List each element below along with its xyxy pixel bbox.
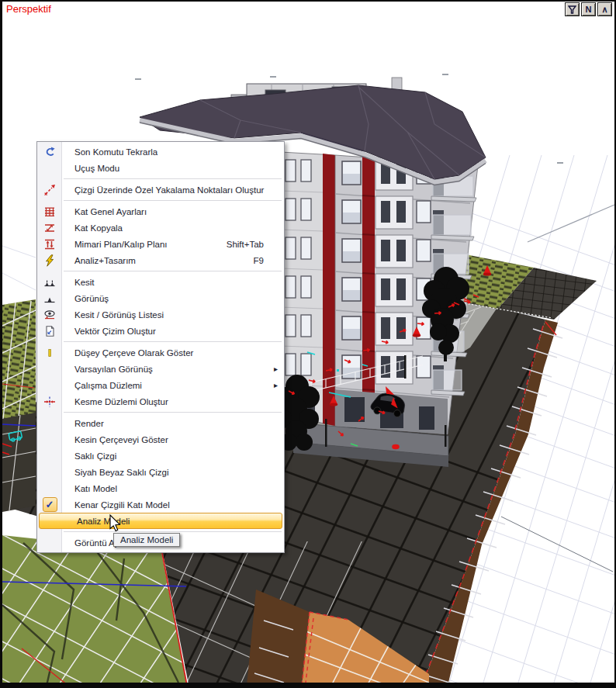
- menu-separator: [64, 178, 282, 179]
- menu-item-label: Kesme Düzlemi Oluştur: [62, 397, 284, 406]
- menu-item-izgi-zerinde-zel-yakalama-noktalar-olu-tur[interactable]: Çizgi Üzerinde Özel Yakalama Noktaları O…: [37, 182, 284, 198]
- cut-plane-icon: [37, 396, 62, 408]
- submenu-arrow-icon: ▸: [274, 365, 278, 373]
- menu-item-kat-kopyala[interactable]: Kat Kopyala: [37, 220, 284, 236]
- menu-item-label: Çalışma Düzlemi: [62, 381, 284, 390]
- menu-item-label: Analiz Modeli: [64, 517, 282, 526]
- snap-points-icon: [37, 184, 62, 196]
- filter-view-button[interactable]: [565, 2, 580, 16]
- menu-item-kesme-d-zlemi-olu-tur[interactable]: Kesme Düzlemi Oluştur: [37, 393, 284, 410]
- menu-item-d-ey-er-eve-olarak-g-ster[interactable]: Düşey Çerçeve Olarak Göster: [37, 344, 284, 361]
- view-control-buttons: N ∧: [565, 2, 612, 16]
- menu-item-vekt-r-izim-olu-tur[interactable]: Vektör Çizim Oluştur: [37, 323, 284, 339]
- menu-separator: [64, 200, 282, 201]
- menu-item-label: Düşey Çerçeve Olarak Göster: [62, 348, 284, 358]
- vector-drawing-icon: [37, 325, 62, 337]
- section-icon: [37, 276, 62, 289]
- menu-item-label: Katı Model: [62, 484, 284, 493]
- menu-item-label: Kat Genel Ayarları: [62, 207, 284, 216]
- menu-item-sakl-izgi[interactable]: Saklı Çizgi: [37, 448, 284, 464]
- menu-item-kat-model[interactable]: Katı Model: [37, 480, 284, 496]
- menu-item-label: Saklı Çizgi: [62, 451, 284, 461]
- menu-item-label: Görünüş: [62, 294, 284, 303]
- menu-item-shortcut: F9: [254, 256, 264, 265]
- menu-item-label: Kesit / Görünüş Listesi: [62, 310, 284, 320]
- left-terrain-strip: [2, 299, 36, 512]
- menu-item-son-komutu-tekrarla[interactable]: Son Komutu Tekrarla: [37, 143, 284, 160]
- menu-item-shortcut: Shift+Tab: [227, 240, 264, 249]
- n-view-button[interactable]: N: [581, 2, 596, 16]
- redo-arrow-icon: [37, 146, 62, 158]
- menu-item-varsay-lan-g-r-n[interactable]: Varsayılan Görünüş▸: [37, 361, 284, 377]
- menu-item-analiz-tasar-m[interactable]: Analiz+TasarımF9: [37, 252, 284, 268]
- menu-item-label: Kat Kopyala: [62, 223, 284, 233]
- menu-item-siyah-beyaz-sakl-izgi[interactable]: Siyah Beyaz Saklı Çizgi: [37, 464, 284, 480]
- menu-item-label: Kesit: [62, 278, 284, 287]
- plan-switch-icon: [37, 238, 62, 251]
- funnel-icon: [568, 5, 576, 14]
- submenu-arrow-icon: ▸: [274, 381, 278, 389]
- menu-check-cell: ✓: [37, 497, 62, 512]
- menu-separator: [64, 271, 282, 271]
- menu-separator: [64, 341, 282, 342]
- menu-item-label: Kesin Çerçeveyi Göster: [62, 435, 284, 444]
- menu-item-kesit[interactable]: Kesit: [37, 274, 284, 290]
- menu-item-analiz-modeli[interactable]: Analiz Modeli: [39, 513, 282, 529]
- menu-item-label: Çizgi Üzerinde Özel Yakalama Noktaları O…: [62, 185, 284, 195]
- menu-item-g-r-n[interactable]: Görünüş: [37, 290, 284, 306]
- menu-item-kesit-g-r-n-listesi[interactable]: Kesit / Görünüş Listesi: [37, 306, 284, 323]
- storey-settings-icon: [37, 206, 62, 218]
- menu-item-mimari-plan-kal-p-plan[interactable]: Mimari Plan/Kalıp PlanıShift+Tab: [37, 236, 284, 252]
- menu-item-label: Son Komutu Tekrarla: [62, 147, 284, 157]
- menu-item-label: Vektör Çizim Oluştur: [62, 327, 284, 336]
- menu-item-kenar-izgili-kat-model[interactable]: ✓Kenar Çizgili Katı Model: [37, 496, 284, 513]
- menu-item-u-u-modu[interactable]: Uçuş Modu: [37, 160, 284, 176]
- menu-item-label: Uçuş Modu: [62, 164, 284, 173]
- menu-item-label: Siyah Beyaz Saklı Çizgi: [62, 468, 284, 477]
- menu-item-render[interactable]: Render: [37, 415, 284, 431]
- menu-item-label: Render: [62, 419, 284, 428]
- section-list-icon: [37, 309, 62, 321]
- application-viewport: Perspektif N ∧ Son Komutu TekrarlaUçuş M…: [0, 0, 616, 688]
- checkmark-icon: ✓: [43, 497, 57, 512]
- viewport-label: Perspektif: [6, 3, 51, 15]
- menu-item-label: Kenar Çizgili Katı Model: [62, 500, 284, 510]
- menu-item-kat-genel-ayarlar[interactable]: Kat Genel Ayarları: [37, 203, 284, 220]
- menu-item-label: Analiz+Tasarım: [62, 256, 254, 265]
- menu-item-label: Varsayılan Görünüş: [62, 365, 284, 374]
- menu-separator: [64, 531, 282, 532]
- storey-copy-icon: [37, 222, 62, 234]
- menu-separator: [64, 412, 282, 413]
- vertical-frame-icon: [37, 347, 62, 359]
- menu-item-kesin-er-eveyi-g-ster[interactable]: Kesin Çerçeveyi Göster: [37, 431, 284, 448]
- menu-item-al-ma-d-zlemi[interactable]: Çalışma Düzlemi▸: [37, 377, 284, 393]
- elevation-icon: [37, 292, 62, 305]
- up-view-button[interactable]: ∧: [597, 2, 612, 16]
- context-menu: Son Komutu TekrarlaUçuş ModuÇizgi Üzerin…: [36, 141, 285, 553]
- tooltip: Analiz Modeli: [113, 533, 180, 547]
- lightning-icon: [37, 254, 62, 267]
- menu-item-label: Mimari Plan/Kalıp Planı: [62, 240, 227, 249]
